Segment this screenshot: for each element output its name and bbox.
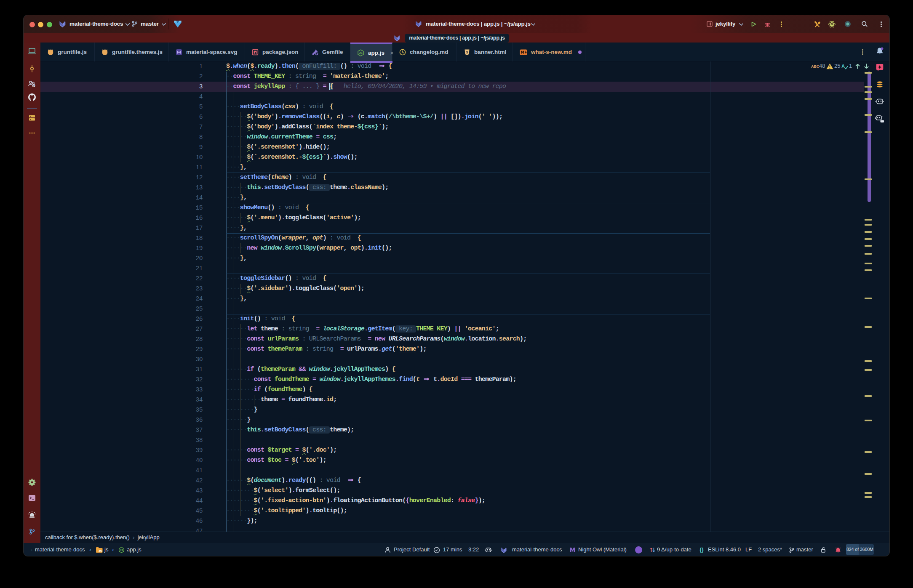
svg-text:JS: JS — [99, 550, 102, 553]
svg-text:5: 5 — [466, 50, 468, 54]
svg-text:A: A — [841, 64, 845, 69]
svg-text:JS: JS — [120, 548, 123, 551]
svg-text:JS: JS — [359, 51, 363, 54]
svg-text:?: ? — [33, 84, 35, 87]
